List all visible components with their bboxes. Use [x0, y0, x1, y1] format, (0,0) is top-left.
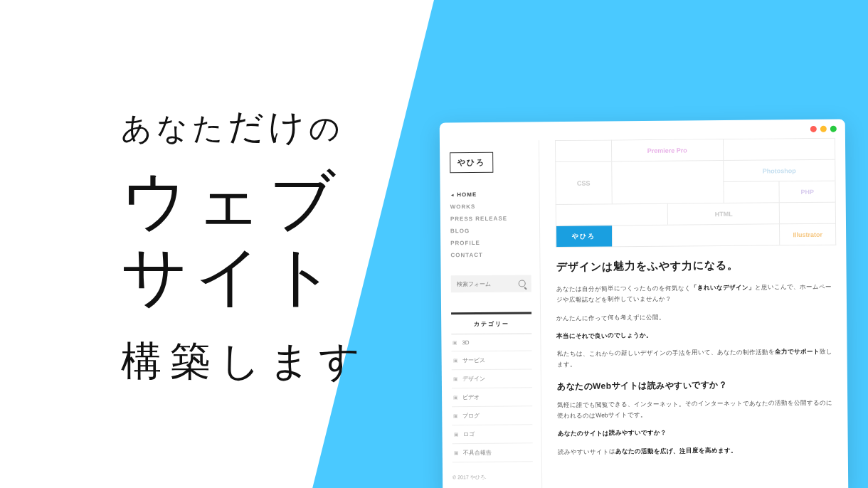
nav-contact[interactable]: CONTACT — [450, 248, 531, 261]
category-item[interactable]: サービス — [452, 351, 532, 370]
grid-cell — [556, 203, 667, 226]
grid-premiere: Premiere Pro — [611, 139, 723, 161]
grid-cell — [723, 138, 835, 160]
sidebar: やひろ HOME WORKS PRESS RELEASE BLOG PROFIL… — [440, 140, 542, 488]
search-icon[interactable] — [519, 280, 526, 287]
article-subheading: あなたのWebサイトは読みやすいですか？ — [557, 378, 837, 392]
minimize-icon[interactable] — [820, 125, 827, 132]
slogan-line1-highlight: だけ — [228, 103, 309, 151]
slogan-line1-pre: あなた — [121, 111, 228, 145]
nav-works[interactable]: WORKS — [450, 200, 531, 213]
category-item[interactable]: ビデオ — [452, 388, 532, 407]
browser-window: やひろ HOME WORKS PRESS RELEASE BLOG PROFIL… — [440, 120, 849, 488]
article-paragraph: 気軽に誰でも閲覧できる、インターネット。そのインターネットであなたの活動を公開す… — [557, 397, 837, 421]
slogan-line3: サイト — [121, 239, 369, 314]
nav-press-release[interactable]: PRESS RELEASE — [450, 212, 531, 225]
article-paragraph: 本当にそれで良いのでしょうか。 — [556, 329, 837, 342]
skills-grid: Premiere Pro CSS Photoshop PHP HTML やひろ … — [555, 138, 836, 248]
search-form[interactable] — [451, 275, 531, 292]
close-icon[interactable] — [810, 125, 817, 132]
nav-blog[interactable]: BLOG — [450, 224, 531, 237]
grid-php: PHP — [779, 181, 835, 203]
grid-cell — [779, 202, 835, 224]
article-paragraph: 私たちは、これからの新しいデザインの手法を用いて、あなたの制作活動を全力でサポー… — [557, 346, 837, 371]
primary-nav: HOME WORKS PRESS RELEASE BLOG PROFILE CO… — [450, 188, 531, 261]
slogan-line2: ウェブ — [121, 164, 369, 239]
article-paragraph: あなたのサイトは読みやすいですか？ — [558, 426, 838, 440]
category-item[interactable]: ロゴ — [452, 425, 532, 444]
site-logo[interactable]: やひろ — [450, 152, 493, 174]
slogan-line4: 構築します — [121, 334, 369, 389]
grid-html: HTML — [667, 202, 779, 224]
article-paragraph: かんたんに作って何も考えずに公開。 — [556, 310, 837, 324]
grid-cell — [611, 160, 724, 203]
maximize-icon[interactable] — [830, 125, 837, 132]
article-paragraph: 読みやすいサイトはあなたの活動を広げ、注目度を高めます。 — [558, 444, 838, 457]
grid-photoshop: Photoshop — [723, 159, 835, 181]
nav-profile[interactable]: PROFILE — [450, 236, 531, 249]
grid-cell — [723, 181, 779, 203]
hero-slogan: あなただけの ウェブ サイト 構築します — [121, 103, 369, 389]
category-list: 3D サービス デザイン ビデオ ブログ ロゴ 不具合報告 — [451, 334, 533, 462]
category-heading: カテゴリー — [451, 312, 531, 334]
grid-cell — [555, 139, 611, 161]
article-paragraph: あなたは自分が簡単につくったものを何気なく「きれいなデザイン」と思いこんで、ホー… — [556, 282, 837, 306]
copyright: © 2017 やひろ. — [452, 467, 533, 487]
category-item[interactable]: 不具合報告 — [452, 443, 533, 462]
slogan-line1-post: の — [309, 111, 344, 145]
category-item[interactable]: デザイン — [452, 369, 532, 388]
category-item[interactable]: ブログ — [452, 406, 532, 425]
grid-css: CSS — [555, 161, 611, 204]
grid-brand: やひろ — [556, 225, 612, 247]
article-heading: デザインは魅力をふやす力になる。 — [556, 258, 836, 274]
main-content: Premiere Pro CSS Photoshop PHP HTML やひろ … — [539, 138, 848, 488]
category-item[interactable]: 3D — [451, 334, 531, 351]
grid-illustrator: Illustrator — [779, 223, 835, 245]
nav-home[interactable]: HOME — [450, 188, 531, 201]
grid-cell — [612, 223, 780, 246]
search-input[interactable] — [457, 280, 514, 287]
